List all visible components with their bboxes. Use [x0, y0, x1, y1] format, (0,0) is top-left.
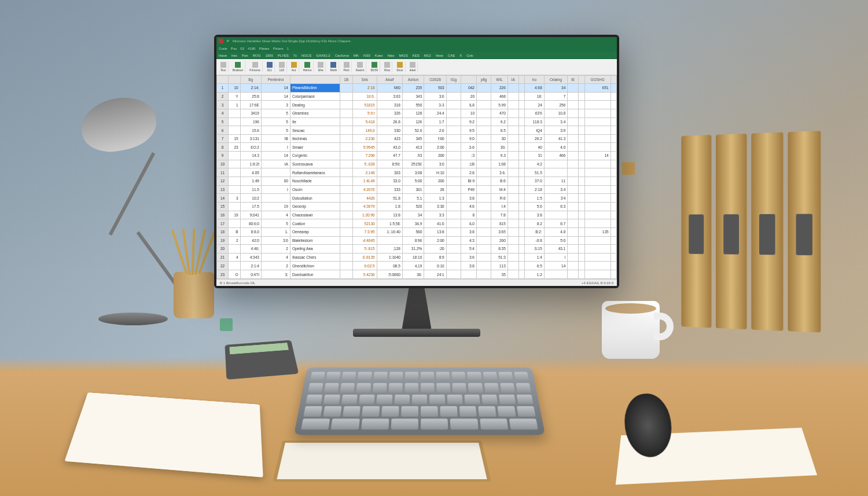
ribbon-tab[interactable]: Vece — [435, 54, 443, 57]
ribbon-tab[interactable]: PLYES — [278, 54, 289, 57]
row-header[interactable]: 11 — [217, 168, 229, 177]
ribbon-tab[interactable]: Have — [219, 54, 227, 57]
column-header[interactable]: IE — [568, 76, 579, 84]
row-header[interactable]: 13 — [217, 185, 229, 194]
table-row[interactable]: 11 4.05 Rutlandisanelanacs 2:148 303 3:0… — [217, 168, 617, 177]
row-header[interactable]: 20 — [217, 245, 229, 253]
menu-item[interactable]: 1 — [287, 47, 289, 50]
ribbon-tab[interactable]: X — [459, 54, 462, 57]
ribbon-tab[interactable]: CAE — [448, 54, 455, 57]
ribbon-tab[interactable]: MK — [354, 54, 359, 57]
column-header[interactable] — [217, 76, 229, 84]
ribbon-tab[interactable]: NS5 — [363, 54, 370, 57]
ribbon-group[interactable]: Rtos — [382, 61, 392, 72]
row-header[interactable]: 22 — [217, 262, 229, 270]
column-header[interactable] — [290, 76, 340, 84]
menubar[interactable]: CratePoo024190PilatesPlcters1 — [216, 45, 617, 52]
table-row[interactable]: 19 2 42:0 3:6 Blaletiestom -4:4045 8:96 … — [217, 236, 617, 245]
row-header[interactable]: 19 — [217, 236, 229, 245]
ribbon-group[interactable]: Kearnt — [354, 61, 367, 72]
ribbon-tab[interactable]: Nias — [387, 54, 394, 57]
table-row[interactable]: 1 10 2:14; 14 PleansBilcdinn 2:18 MI0 23… — [217, 84, 617, 93]
ribbon-group[interactable]: Mstih — [328, 61, 339, 72]
column-header[interactable]: Akulf — [377, 76, 402, 84]
ribbon-icon[interactable] — [252, 62, 258, 68]
row-header[interactable]: 7 — [217, 134, 229, 143]
row-header[interactable]: 16 — [217, 211, 229, 219]
table-row[interactable]: 7 15 3:131 IB Ilechirals 2:236 423 345 f… — [217, 134, 617, 143]
ribbon-tab[interactable]: Cauforce — [335, 54, 349, 57]
menu-item[interactable]: Crate — [219, 47, 227, 50]
table-row[interactable]: 5 196 5 Ile 5:418 26.8 126 1:7 9:2 9.2 1… — [217, 117, 617, 126]
column-header[interactable] — [461, 76, 477, 84]
row-header[interactable]: 12 — [217, 177, 229, 186]
menu-item[interactable]: 02 — [240, 47, 244, 50]
ribbon-group[interactable]: 56:59 — [369, 61, 380, 72]
ribbon-icon[interactable] — [220, 62, 226, 68]
ribbon-tab[interactable]: MIGS — [399, 54, 407, 57]
ribbon-group[interactable]: Harms — [301, 61, 314, 72]
ribbon-tab[interactable]: ROG — [253, 54, 261, 57]
column-header[interactable]: 1B — [340, 76, 352, 84]
column-header[interactable]: IA — [507, 76, 518, 84]
table-row[interactable]: 23 O 0:4TI 3: Duedsatrlion 5:4236 :5:080… — [217, 270, 617, 279]
menu-item[interactable]: Pilates — [259, 47, 269, 50]
column-header[interactable]: GOSHG — [584, 76, 610, 84]
ribbon-group[interactable]: 118 — [277, 61, 287, 72]
column-header[interactable]: pflg — [477, 76, 491, 84]
ribbon-icon[interactable] — [291, 62, 297, 68]
column-header[interactable]: IGg — [446, 76, 461, 84]
ribbon-group[interactable]: Aur — [289, 61, 299, 72]
row-header[interactable]: 15 — [217, 202, 229, 211]
ribbon-icon[interactable] — [267, 62, 273, 68]
table-row[interactable]: 21 4 4:343 4 Ibassac Chers E:8135 1:1640… — [217, 253, 617, 262]
ribbon[interactable]: RocBratisonFrimone311118AurHarmsEheMstih… — [216, 59, 617, 75]
table-row[interactable]: 15 17.5 19 Gecexip 4:3979 1:8 520 3:30 4… — [217, 202, 617, 211]
row-header[interactable]: 8 — [217, 143, 229, 152]
column-header[interactable] — [610, 76, 616, 84]
row-header[interactable]: 14 — [217, 194, 229, 203]
row-header[interactable]: 2 — [217, 92, 229, 101]
ribbon-tab[interactable]: 1595 — [265, 54, 273, 57]
ribbon-group[interactable]: Snos — [395, 61, 405, 72]
ribbon-group[interactable]: Bratison — [231, 61, 245, 72]
column-header[interactable]: Ashon — [402, 76, 424, 84]
ribbon-icon[interactable] — [318, 62, 323, 68]
table-row[interactable]: 8 23 EO:2 I Smaer 5:9545 43,0 413 2:00 3… — [217, 143, 617, 152]
row-header[interactable]: 6 — [217, 126, 229, 135]
ribbon-group[interactable]: Ehe — [316, 61, 326, 72]
ribbon-group[interactable]: Ieleri — [408, 61, 418, 72]
column-header[interactable]: Pentmind — [261, 76, 290, 84]
ribbon-tab[interactable]: Pon — [242, 54, 248, 57]
column-header[interactable]: WIL — [491, 76, 507, 84]
ribbon-tab[interactable]: KES — [413, 54, 420, 57]
column-header[interactable]: Bg — [240, 76, 261, 84]
column-header[interactable] — [229, 76, 241, 84]
column-header[interactable] — [518, 76, 524, 84]
ribbon-tab[interactable]: Koes — [375, 54, 383, 57]
column-header[interactable]: Odaing — [544, 76, 568, 84]
row-header[interactable]: 1 — [217, 84, 229, 93]
ribbon-icon[interactable] — [384, 62, 390, 68]
spreadsheet-grid[interactable]: BgPentmind1BSnkAkulfAshonO2628IGgpflgWIL… — [216, 75, 617, 279]
ribbon-icon[interactable] — [330, 62, 336, 68]
table-row[interactable]: 18 B 8:8.0 1. Oenearap 7:3:95 1:.16:40 5… — [217, 227, 617, 236]
menu-item[interactable]: Poo — [231, 47, 237, 50]
table-row[interactable]: 10 1:8:2t IA Socessuava 5:.028 8:50: 251… — [217, 160, 617, 168]
row-header[interactable]: 3 — [217, 101, 229, 109]
table-row[interactable]: 2 Y 25:8 14 Colurparnace 10:6. 3:63 343 … — [217, 92, 617, 101]
ribbon-tab[interactable]: Irex — [231, 54, 237, 57]
row-header[interactable]: 21 — [217, 253, 229, 262]
ribbon-icon[interactable] — [357, 62, 363, 68]
table-row[interactable]: 9 14.3 14 Corgenic 7:296 47.7 .93 200 ;3… — [217, 152, 617, 160]
ribbon-group[interactable]: Pent — [341, 61, 351, 72]
ribbon-tab[interactable]: 7x — [293, 54, 297, 57]
ribbon-icon[interactable] — [344, 62, 350, 68]
ribbon-group[interactable]: Roc — [219, 61, 229, 72]
ribbon-tab[interactable]: NGCS — [301, 54, 311, 57]
column-header[interactable] — [579, 76, 584, 84]
table-row[interactable]: 3 1 17:6E 3 Dealing 51815 318 550 3-3 IL… — [217, 101, 617, 109]
ribbon-icon[interactable] — [410, 62, 415, 68]
table-row[interactable]: 4 3419 5 Gtrambes 5:9.t 326 128 24.4 10 … — [217, 109, 617, 117]
table-row[interactable]: 20 4:46; 2 Opeling:Aea 5::815 ;128 31.2%… — [217, 245, 617, 253]
